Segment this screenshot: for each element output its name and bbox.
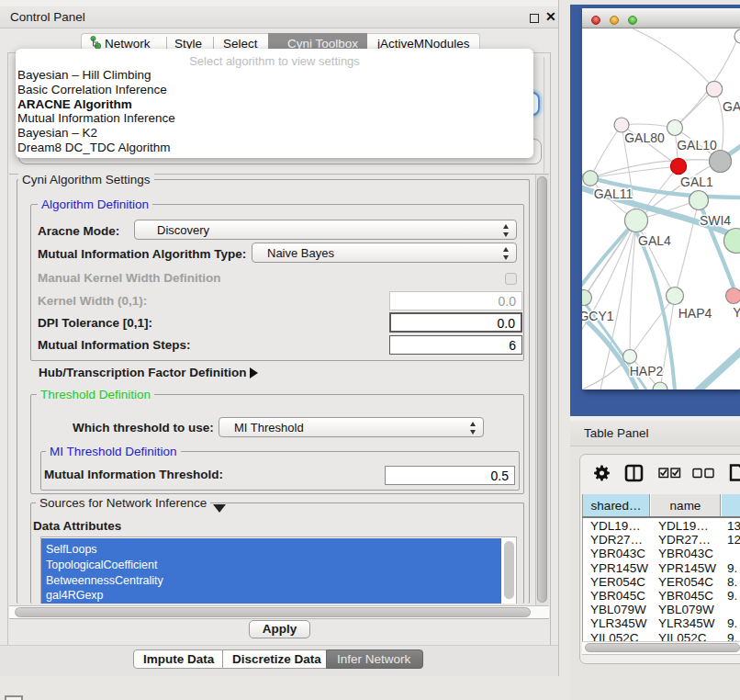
svg-text:GAL11: GAL11 xyxy=(594,186,633,201)
svg-text:HAP2: HAP2 xyxy=(630,364,664,378)
svg-text:GAL4: GAL4 xyxy=(638,233,671,248)
svg-text:GAL10: GAL10 xyxy=(677,138,717,152)
svg-text:GCY1: GCY1 xyxy=(582,309,614,323)
svg-text:HAP4: HAP4 xyxy=(678,306,712,321)
svg-text:SWI4: SWI4 xyxy=(700,213,731,228)
svg-text:GAL80: GAL80 xyxy=(624,130,665,145)
svg-text:Y: Y xyxy=(733,305,740,320)
svg-text:GAL8: GAL8 xyxy=(723,99,740,114)
svg-text:GAL1: GAL1 xyxy=(680,175,713,189)
